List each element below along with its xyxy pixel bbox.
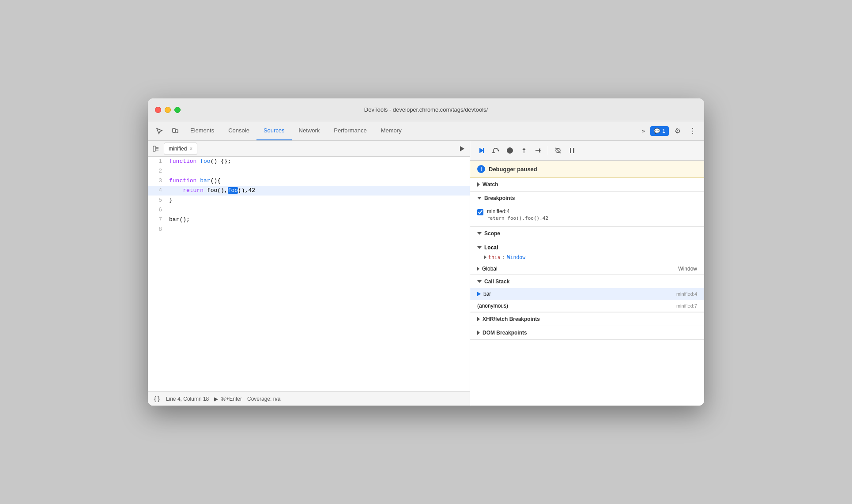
call-stack-loc-bar: minified:4 (676, 291, 697, 297)
breakpoint-location: minified:4 (487, 208, 548, 214)
global-scope-val: Window (678, 266, 697, 272)
file-tab-close-icon[interactable]: × (189, 146, 192, 151)
device-mode-icon[interactable] (167, 121, 183, 140)
scope-local: Local this : Window (470, 240, 704, 263)
devtools-main: Elements Console Sources Network Perform… (148, 121, 704, 406)
chat-icon: 💬 (654, 128, 660, 134)
tab-sources[interactable]: Sources (256, 121, 292, 140)
dom-expand-icon (477, 331, 480, 335)
scope-section: Scope Local this : Window (470, 227, 704, 275)
global-scope-label: Global (482, 266, 498, 272)
more-tabs-button[interactable]: » (638, 121, 648, 140)
call-stack-item-bar[interactable]: bar minified:4 (470, 288, 704, 300)
status-bar: {} Line 4, Column 18 ▶ ⌘+Enter Coverage:… (148, 391, 470, 406)
global-expand-icon (477, 267, 479, 271)
dom-breakpoints-label: DOM Breakpoints (483, 330, 527, 336)
active-frame-arrow-icon (477, 292, 481, 296)
svg-rect-0 (173, 128, 175, 132)
prop-val-window: Window (507, 254, 526, 260)
call-stack-header[interactable]: Call Stack (470, 275, 704, 288)
call-stack-fn-anonymous: (anonymous) (477, 303, 508, 309)
watch-header[interactable]: Watch (470, 178, 704, 191)
breakpoints-section: Breakpoints minified:4 return foo(),foo(… (470, 192, 704, 227)
deactivate-breakpoints-button[interactable] (552, 144, 564, 157)
xhr-breakpoints-section: XHR/fetch Breakpoints (470, 312, 704, 326)
step-out-button[interactable] (518, 144, 530, 157)
traffic-lights (155, 107, 181, 113)
breakpoints-label: Breakpoints (484, 195, 515, 201)
debugger-paused-text: Debugger paused (489, 166, 537, 173)
cursor-position: Line 4, Column 18 (166, 396, 209, 402)
format-icon[interactable]: {} (153, 395, 161, 402)
window-title: DevTools - developer.chrome.com/tags/dev… (364, 106, 488, 113)
tab-list: Elements Console Sources Network Perform… (183, 121, 638, 140)
code-line-3: 3 function bar(){ (148, 176, 470, 186)
breakpoints-content: minified:4 return foo(),foo(),42 (470, 205, 704, 226)
breakpoint-info: minified:4 return foo(),foo(),42 (487, 208, 548, 221)
breakpoint-checkbox[interactable] (477, 209, 483, 215)
tab-performance[interactable]: Performance (327, 121, 373, 140)
navigator-toggle-icon[interactable] (150, 143, 162, 155)
scope-header[interactable]: Scope (470, 227, 704, 240)
svg-rect-21 (573, 148, 574, 153)
breakpoints-expand-icon (477, 197, 482, 199)
coverage-status: Coverage: n/a (247, 396, 280, 402)
run-icon: ▶ (214, 396, 218, 402)
pause-on-exceptions-button[interactable] (566, 144, 578, 157)
more-options-icon[interactable]: ⋮ (686, 124, 699, 138)
call-stack-label: Call Stack (484, 278, 509, 285)
debug-toolbar (470, 141, 704, 161)
run-snippet-icon[interactable] (456, 143, 468, 155)
svg-rect-2 (153, 146, 155, 151)
tab-console[interactable]: Console (221, 121, 256, 140)
breakpoint-item: minified:4 return foo(),foo(),42 (477, 207, 697, 223)
scope-global-row[interactable]: Global Window (470, 263, 704, 275)
tab-network[interactable]: Network (292, 121, 327, 140)
title-bar: DevTools - developer.chrome.com/tags/dev… (148, 98, 704, 121)
minimize-button[interactable] (165, 107, 171, 113)
code-line-2: 2 (148, 166, 470, 176)
prop-key-this: this (488, 254, 501, 260)
prop-expand-icon[interactable] (484, 256, 486, 259)
resume-button[interactable] (475, 144, 488, 157)
messages-badge-button[interactable]: 💬 1 (650, 126, 669, 136)
scope-label: Scope (484, 230, 500, 237)
debug-toolbar-divider (548, 146, 548, 155)
code-line-6: 6 (148, 205, 470, 215)
call-stack-section: Call Stack bar minified:4 (anonymous) (470, 275, 704, 312)
xhr-expand-icon (477, 317, 480, 321)
top-toolbar: Elements Console Sources Network Perform… (148, 121, 704, 141)
settings-icon[interactable]: ⚙ (671, 124, 685, 138)
left-panel: minified × 1 function foo() {}; (148, 141, 470, 406)
svg-rect-20 (570, 148, 571, 153)
fullscreen-button[interactable] (174, 107, 181, 113)
devtools-window: DevTools - developer.chrome.com/tags/dev… (148, 98, 704, 406)
xhr-breakpoints-label: XHR/fetch Breakpoints (483, 316, 540, 322)
local-scope-label: Local (484, 244, 498, 251)
step-over-button[interactable] (490, 144, 502, 157)
svg-marker-14 (522, 148, 526, 150)
breakpoints-header[interactable]: Breakpoints (470, 192, 704, 205)
run-status: ▶ ⌘+Enter (214, 396, 242, 402)
watch-label: Watch (483, 181, 498, 188)
toolbar-right: » 💬 1 ⚙ ⋮ (638, 121, 701, 140)
breakpoint-code: return foo(),foo(),42 (487, 215, 548, 221)
file-tab-minified[interactable]: minified × (164, 143, 197, 155)
file-tab-bar: minified × (148, 141, 470, 157)
dom-breakpoints-section: DOM Breakpoints (470, 326, 704, 340)
call-stack-item-anonymous[interactable]: (anonymous) minified:7 (470, 300, 704, 312)
info-icon: i (477, 165, 485, 173)
tab-memory[interactable]: Memory (374, 121, 409, 140)
tab-elements[interactable]: Elements (183, 121, 221, 140)
close-button[interactable] (155, 107, 161, 113)
inspect-icon[interactable] (151, 121, 167, 140)
local-scope-header[interactable]: Local (477, 242, 697, 253)
step-button[interactable] (532, 144, 544, 157)
file-tab-name: minified (169, 146, 187, 152)
code-editor[interactable]: 1 function foo() {}; 2 3 function bar(){ (148, 157, 470, 391)
debugger-paused-banner: i Debugger paused (470, 161, 704, 178)
xhr-breakpoints-header[interactable]: XHR/fetch Breakpoints (470, 312, 704, 326)
step-into-button[interactable] (507, 147, 513, 154)
local-expand-icon (477, 246, 482, 249)
dom-breakpoints-header[interactable]: DOM Breakpoints (470, 326, 704, 339)
